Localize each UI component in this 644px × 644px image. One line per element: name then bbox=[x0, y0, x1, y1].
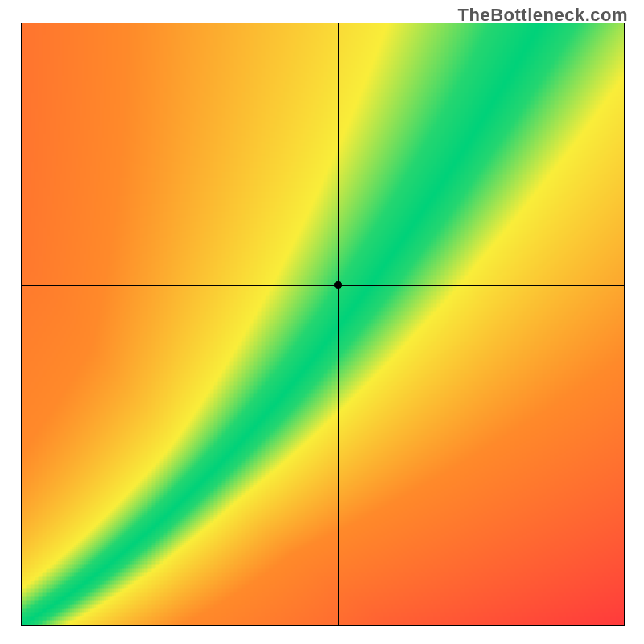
crosshair-horizontal bbox=[22, 285, 624, 286]
heatmap-canvas bbox=[22, 23, 624, 625]
heatmap-plot bbox=[21, 23, 625, 626]
chart-container: TheBottleneck.com bbox=[0, 0, 644, 644]
target-marker bbox=[334, 281, 342, 289]
crosshair-vertical bbox=[338, 23, 339, 625]
